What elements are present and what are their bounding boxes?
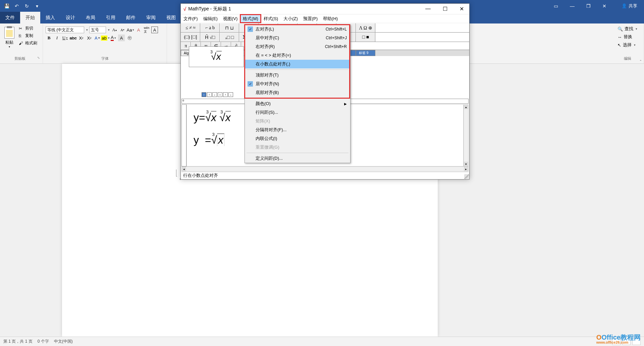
menu-item[interactable]: 在 = < > 处对齐(=) [245,51,350,60]
palette-button[interactable]: Λ Ω ⊕ [356,23,375,32]
word-count[interactable]: 0 个字 [38,339,49,344]
mt-scrollbar-vertical[interactable]: ▴ ▾ [464,104,469,166]
menu-item[interactable]: ✓居中对齐(N) [245,80,350,88]
minimize-icon[interactable]: — [567,2,578,10]
ruler-vertical[interactable] [181,104,186,166]
menu-item[interactable]: 顶部对齐(T) [245,71,350,80]
scroll-left-icon[interactable]: ◂ [182,167,186,171]
share-button[interactable]: 👤 共享 [622,2,637,10]
resize-grip-icon[interactable] [464,174,469,179]
align-btn-2[interactable]: ↑ [207,92,212,97]
strike-button[interactable]: abc [70,35,76,41]
ribbon-options-icon[interactable]: ▭ [550,2,561,10]
qat-dropdown-icon[interactable]: ▾ [32,1,42,11]
subscript-button[interactable]: X2 [78,35,85,41]
brush-icon: 🖌 [19,41,23,46]
word-statusbar: 第 1 页，共 1 页 0 个字 中文(中国) [0,337,644,346]
underline-button[interactable]: U▾ [62,35,68,41]
char-border-button[interactable]: A [151,27,158,33]
menu-item[interactable]: 内联公式(I) [245,134,350,143]
align-btn-4[interactable]: ↕ [218,92,222,97]
format-painter-button[interactable]: 🖌格式刷 [18,40,38,46]
redo-icon[interactable]: ↻ [22,1,32,11]
copy-button[interactable]: ⎘复制 [18,33,38,39]
menu-item[interactable]: 分隔符对齐(F)... [245,126,350,134]
mt-menu-file[interactable]: 文件(F) [181,14,201,23]
clear-format-button[interactable]: A [135,27,142,33]
palette-button[interactable]: ≤ ≠ ≈ [181,23,200,32]
replace-icon: ↔ [618,35,622,40]
watermark: OOffice教程网 www.office26.com [596,333,641,344]
menu-item[interactable]: 在小数点处对齐(,) [245,60,350,68]
replace-button[interactable]: ↔替换 [616,33,639,41]
tab-references[interactable]: 引用 [101,12,121,23]
align-btn-6[interactable]: ↓ [228,92,233,97]
menu-item[interactable]: 行间距(S)... [245,108,350,117]
shrink-font-button[interactable]: A▾ [119,27,126,33]
menu-item[interactable]: ✓左对齐(L)Ctrl+Shift+L [245,25,350,34]
tab-insert[interactable]: 插入 [40,12,60,23]
menu-item: 矩阵(X) [245,117,350,126]
char-shading-button[interactable]: A [118,35,125,41]
mt-menu-edit[interactable]: 编辑(E) [201,14,220,23]
palette-button[interactable]: H̄ √□ [200,33,220,42]
italic-button[interactable]: I [54,35,60,41]
tab-review[interactable]: 审阅 [141,12,161,23]
tab-mailings[interactable]: 邮件 [121,12,141,23]
scroll-up-icon[interactable]: ▴ [464,105,468,109]
scroll-right-icon[interactable]: ▸ [464,167,468,171]
mt-maximize-icon[interactable]: ☐ [440,6,450,12]
tab-design[interactable]: 设计 [60,12,80,23]
font-name-select[interactable] [46,27,84,33]
mt-menu-size[interactable]: 大小(Z) [281,14,301,23]
change-case-button[interactable]: Aa▾ [127,27,134,33]
grow-font-button[interactable]: A▴ [111,27,118,33]
mathtype-titlebar[interactable]: √ MathType - 无标题 1 — ☐ ✕ [181,4,469,14]
mt-menu-preferences[interactable]: 预置(P) [301,14,320,23]
tab-file[interactable]: 文件 [0,12,20,23]
text-effects-button[interactable]: A▾ [94,35,101,41]
font-size-select[interactable] [89,27,106,33]
cut-button[interactable]: ✂剪切 [18,25,38,32]
mt-close-icon[interactable]: ✕ [457,6,467,12]
close-icon[interactable]: ✕ [599,2,610,10]
phonetic-button[interactable]: wén文 [143,27,150,33]
mt-menu-style[interactable]: 样式(S) [261,14,281,23]
palette-button[interactable]: □ ■ [356,33,375,42]
restore-icon[interactable]: ❐ [583,2,594,10]
palette-button[interactable]: (□) [□] [181,33,200,42]
tab-home[interactable]: 开始 [20,12,40,23]
scroll-down-icon[interactable]: ▾ [464,162,468,166]
mt-scrollbar-horizontal[interactable]: ◂ ▸ [181,166,469,171]
align-btn-1[interactable]: ↕ [202,92,206,97]
mt-menu-help[interactable]: 帮助(H) [320,14,340,23]
undo-icon[interactable]: ↶ [12,1,22,11]
mt-minimize-icon[interactable]: — [423,6,433,12]
paste-button[interactable]: 粘贴 ▾ [3,25,16,56]
menu-item[interactable]: 定义间距(D)... [245,154,350,163]
menu-item[interactable]: 右对齐(R)Ctrl+Shift+R [245,42,350,51]
font-color-button[interactable]: A▾ [110,35,117,41]
palette-button[interactable]: ₓ□ □ [220,33,239,42]
superscript-button[interactable]: X2 [86,35,93,41]
highlight-button[interactable]: ab▾ [102,35,109,41]
find-button[interactable]: 🔍查找 ▾ [616,25,639,33]
tab-layout[interactable]: 布局 [80,12,101,23]
bold-button[interactable]: B [46,35,52,41]
page-indicator[interactable]: 第 1 页，共 1 页 [3,339,33,344]
menu-item[interactable]: 底部对齐(B) [245,88,350,97]
save-icon[interactable]: 💾 [2,1,12,11]
palette-button[interactable]: ⊓ ⊔ [220,23,239,32]
align-btn-3[interactable]: ↓ [212,92,217,97]
menu-item[interactable]: 居中对齐(C)Ctrl+Shift+J [245,34,350,42]
tab-view[interactable]: 视图 [161,12,181,23]
enclose-char-button[interactable]: ㊥ [126,35,133,41]
palette-tab[interactable]: 标签 9 [356,50,375,56]
select-button[interactable]: ↖选择 ▾ [616,41,639,49]
mt-menu-view[interactable]: 视图(V) [220,14,240,23]
language-indicator[interactable]: 中文(中国) [54,339,73,344]
mt-menu-format[interactable]: 格式(M) [240,14,261,23]
palette-button[interactable]: ⌐ a b [200,23,220,32]
menu-item[interactable]: 颜色(O)▶ [245,99,350,108]
align-btn-5[interactable]: ↑ [223,92,228,97]
